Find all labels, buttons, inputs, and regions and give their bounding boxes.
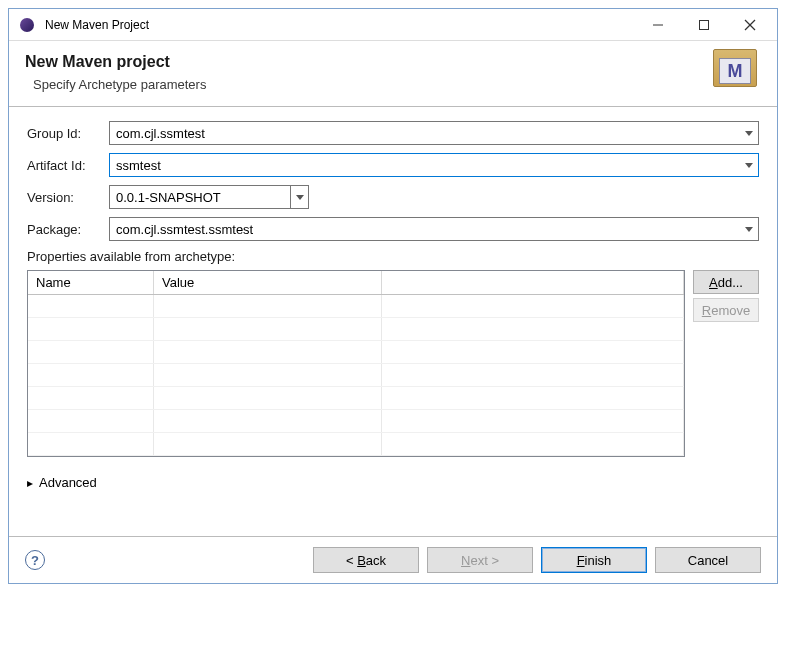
column-header-blank xyxy=(382,271,684,294)
window-title: New Maven Project xyxy=(41,18,635,32)
table-row[interactable] xyxy=(28,433,684,456)
add-button[interactable]: Add... xyxy=(693,270,759,294)
chevron-down-icon[interactable] xyxy=(290,186,308,208)
table-row[interactable] xyxy=(28,295,684,318)
svg-marker-7 xyxy=(745,227,753,232)
artifact-id-label: Artifact Id: xyxy=(27,158,109,173)
advanced-label: Advanced xyxy=(39,475,97,490)
table-body xyxy=(28,295,684,456)
column-header-name[interactable]: Name xyxy=(28,271,154,294)
content-area: Group Id: Artifact Id: Version: Package: xyxy=(9,107,777,500)
properties-label: Properties available from archetype: xyxy=(27,249,759,264)
package-combo[interactable] xyxy=(109,217,759,241)
group-id-input[interactable] xyxy=(110,126,740,141)
chevron-down-icon[interactable] xyxy=(740,218,758,240)
version-input[interactable] xyxy=(110,190,290,205)
table-row[interactable] xyxy=(28,364,684,387)
dialog-window: New Maven Project New Maven project Spec… xyxy=(8,8,778,584)
triangle-right-icon: ▸ xyxy=(27,476,33,490)
svg-marker-5 xyxy=(745,163,753,168)
maven-icon: M xyxy=(713,49,761,97)
remove-button[interactable]: Remove xyxy=(693,298,759,322)
table-row[interactable] xyxy=(28,410,684,433)
svg-rect-1 xyxy=(700,20,709,29)
package-label: Package: xyxy=(27,222,109,237)
version-label: Version: xyxy=(27,190,109,205)
column-header-value[interactable]: Value xyxy=(154,271,382,294)
artifact-id-combo[interactable] xyxy=(109,153,759,177)
titlebar: New Maven Project xyxy=(9,9,777,41)
close-button[interactable] xyxy=(727,10,773,40)
wizard-header: New Maven project Specify Archetype para… xyxy=(9,41,777,107)
properties-table[interactable]: Name Value xyxy=(27,270,685,457)
artifact-id-input[interactable] xyxy=(110,158,740,173)
advanced-toggle[interactable]: ▸ Advanced xyxy=(27,475,759,490)
svg-marker-4 xyxy=(745,131,753,136)
version-combo[interactable] xyxy=(109,185,309,209)
chevron-down-icon[interactable] xyxy=(740,154,758,176)
next-button[interactable]: Next > xyxy=(427,547,533,573)
table-row[interactable] xyxy=(28,387,684,410)
cancel-button[interactable]: Cancel xyxy=(655,547,761,573)
minimize-button[interactable] xyxy=(635,10,681,40)
table-row[interactable] xyxy=(28,318,684,341)
table-row[interactable] xyxy=(28,341,684,364)
group-id-combo[interactable] xyxy=(109,121,759,145)
eclipse-icon xyxy=(19,17,35,33)
svg-marker-6 xyxy=(296,195,304,200)
group-id-label: Group Id: xyxy=(27,126,109,141)
package-input[interactable] xyxy=(110,222,740,237)
page-title: New Maven project xyxy=(25,53,761,71)
help-icon[interactable]: ? xyxy=(25,550,45,570)
finish-button[interactable]: Finish xyxy=(541,547,647,573)
button-bar: ? < Back Next > Finish Cancel xyxy=(9,536,777,583)
page-subtitle: Specify Archetype parameters xyxy=(25,77,761,92)
back-button[interactable]: < Back xyxy=(313,547,419,573)
chevron-down-icon[interactable] xyxy=(740,122,758,144)
maximize-button[interactable] xyxy=(681,10,727,40)
